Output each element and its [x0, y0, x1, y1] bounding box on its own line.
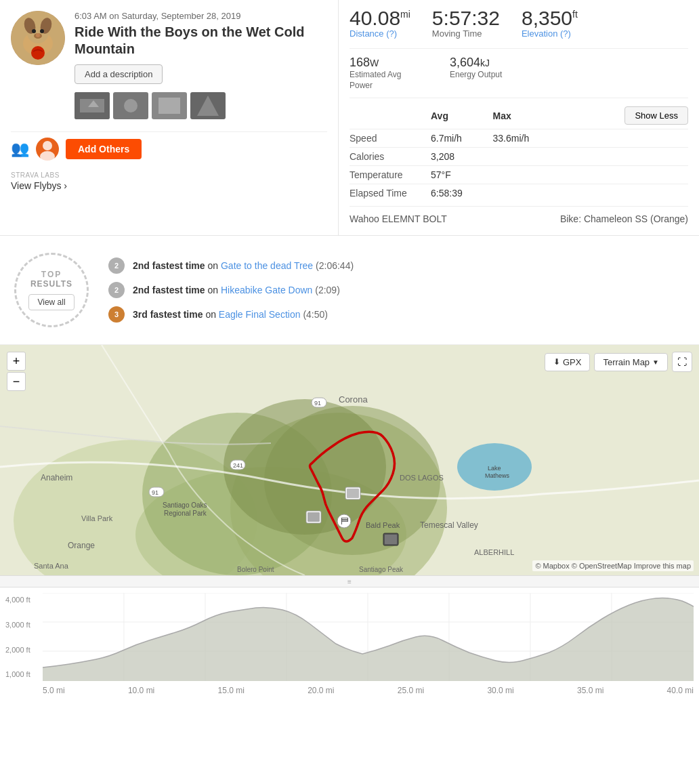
view-all-button[interactable]: View all	[28, 294, 74, 310]
photo-thumb-4[interactable]	[190, 92, 226, 119]
elevation-unit: ft	[572, 9, 578, 20]
svg-point-6	[40, 29, 44, 33]
table-row: Temperature 57°F	[350, 166, 688, 184]
svg-rect-53	[347, 489, 359, 498]
speed-max: 33.6mi/h	[493, 129, 564, 148]
calories-avg: 3,208	[431, 148, 493, 166]
device-name: Wahoo ELEMNT BOLT	[350, 213, 447, 224]
x-label-40: 40.0 mi	[667, 686, 694, 695]
result-text-3: 3rd fastest time	[133, 309, 203, 320]
temperature-label: Temperature	[350, 166, 431, 184]
result-segment-3[interactable]: Eagle Final Section	[219, 309, 301, 320]
show-less-button[interactable]: Show Less	[624, 106, 688, 125]
photo-thumb-3[interactable]	[152, 92, 187, 119]
badge-bottom-text: RESULTS	[30, 279, 72, 289]
moving-time-label: Moving Time	[432, 28, 500, 39]
elevation-value: 8,350	[522, 7, 572, 29]
medal-silver-1: 2	[108, 257, 125, 274]
fullscreen-button[interactable]: ⛶	[672, 352, 692, 372]
elevation-chart	[43, 593, 694, 681]
svg-rect-16	[158, 98, 180, 114]
view-flybys-link[interactable]: View Flybys ›	[11, 180, 67, 191]
divider-1	[11, 131, 327, 132]
svg-text:Mathews: Mathews	[485, 472, 510, 479]
result-time-3: (4:50)	[303, 309, 328, 320]
activity-title: Ride With the Boys on the Wet Cold Mount…	[75, 24, 327, 58]
col-max: Max	[493, 105, 564, 129]
bike-name: Bike: Chameleon SS (Orange)	[560, 213, 688, 224]
svg-text:Anaheim: Anaheim	[41, 473, 72, 482]
result-time-1: (2:06:44)	[316, 260, 354, 271]
avatar	[11, 11, 65, 65]
zoom-out-button[interactable]: −	[7, 372, 26, 391]
svg-text:Santa Ana: Santa Ana	[34, 562, 69, 570]
zoom-in-button[interactable]: +	[7, 352, 26, 371]
elevation-label[interactable]: Elevation (?)	[522, 28, 578, 39]
svg-text:91: 91	[152, 489, 158, 496]
stats-table: Avg Max Show Less Speed 6.7mi/h 33.6mi/h…	[350, 105, 688, 202]
moving-time-value: 5:57:32	[432, 7, 500, 29]
x-label-30: 30.0 mi	[487, 686, 513, 695]
svg-text:Corona: Corona	[339, 394, 368, 405]
photo-thumb-1[interactable]	[75, 92, 110, 119]
svg-point-8	[36, 33, 40, 37]
x-label-20: 20.0 mi	[308, 686, 334, 695]
x-label-15: 15.0 mi	[218, 686, 245, 695]
svg-text:ALBERHILL: ALBERHILL	[474, 548, 514, 556]
photos-row	[75, 92, 327, 119]
result-text-1: 2nd fastest time	[133, 260, 205, 271]
elapsed-avg: 6:58:39	[431, 184, 493, 203]
col-avg: Avg	[431, 105, 493, 129]
svg-text:Santiago Oaks: Santiago Oaks	[163, 501, 207, 509]
add-description-button[interactable]: Add a description	[75, 64, 163, 84]
distance-label[interactable]: Distance (?)	[350, 28, 410, 39]
x-label-25: 25.0 mi	[398, 686, 424, 695]
top-results-badge: TOP RESULTS View all	[11, 249, 92, 331]
svg-text:241: 241	[233, 462, 243, 469]
avg-power-label: Estimated Avg Power	[350, 70, 417, 91]
svg-rect-55	[385, 535, 397, 544]
table-row: Calories 3,208	[350, 148, 688, 166]
elevation-y-axis: 4,000 ft 3,000 ft 2,000 ft 1,000 ft	[5, 593, 43, 681]
svg-point-14	[124, 99, 137, 112]
speed-avg: 6.7mi/h	[431, 129, 493, 148]
result-segment-2[interactable]: Hikeabike Gate Down	[221, 285, 312, 295]
svg-text:Bolero Point: Bolero Point	[237, 566, 274, 573]
avg-power-value: 168	[350, 56, 370, 69]
table-row: Speed 6.7mi/h 33.6mi/h	[350, 129, 688, 148]
elevation-section: 4,000 ft 3,000 ft 2,000 ft 1,000 ft	[0, 587, 699, 706]
distance-unit: mi	[400, 9, 410, 20]
svg-point-19	[43, 141, 52, 150]
map-bg: Anaheim Villa Park Orange Santa Ana Coro…	[0, 345, 699, 575]
chevron-down-icon: ▼	[652, 358, 659, 366]
medal-bronze-3: 3	[108, 306, 125, 323]
svg-point-9	[31, 46, 45, 60]
photo-thumb-2[interactable]	[113, 92, 148, 119]
svg-point-20	[40, 151, 55, 161]
energy-label: Energy Output	[450, 70, 502, 81]
add-others-button[interactable]: Add Others	[66, 139, 142, 159]
gpx-button[interactable]: ⬇ GPX	[545, 353, 590, 371]
svg-text:Lake: Lake	[488, 465, 501, 472]
stat-moving-time: 5:57:32 Moving Time	[432, 8, 500, 39]
table-row: Elapsed Time 6:58:39	[350, 184, 688, 203]
energy-unit: kJ	[480, 58, 490, 68]
terrain-map-button[interactable]: Terrain Map ▼	[594, 353, 668, 371]
result-segment-1[interactable]: Gate to the dead Tree	[221, 260, 313, 271]
activity-date: 6:03 AM on Saturday, September 28, 2019	[75, 11, 327, 21]
top-results-section: TOP RESULTS View all 2 2nd fastest time …	[0, 236, 699, 345]
map-controls: + −	[7, 352, 26, 391]
stat-energy: 3,604kJ Energy Output	[450, 56, 502, 91]
energy-value: 3,604	[450, 56, 480, 69]
download-icon: ⬇	[553, 357, 560, 367]
collapse-handle[interactable]: ≡	[0, 575, 699, 587]
x-label-5: 5.0 mi	[43, 686, 65, 695]
activity-details: 6:03 AM on Saturday, September 28, 2019 …	[75, 11, 327, 126]
x-label-35: 35.0 mi	[577, 686, 603, 695]
y-label-4000: 4,000 ft	[5, 596, 43, 604]
y-label-2000: 2,000 ft	[5, 646, 43, 654]
stat-elevation: 8,350ft Elevation (?)	[522, 8, 578, 39]
stat-avg-power: 168W Estimated Avg Power	[350, 56, 417, 91]
profile-avatar	[36, 138, 59, 161]
svg-text:Villa Park: Villa Park	[81, 514, 113, 522]
